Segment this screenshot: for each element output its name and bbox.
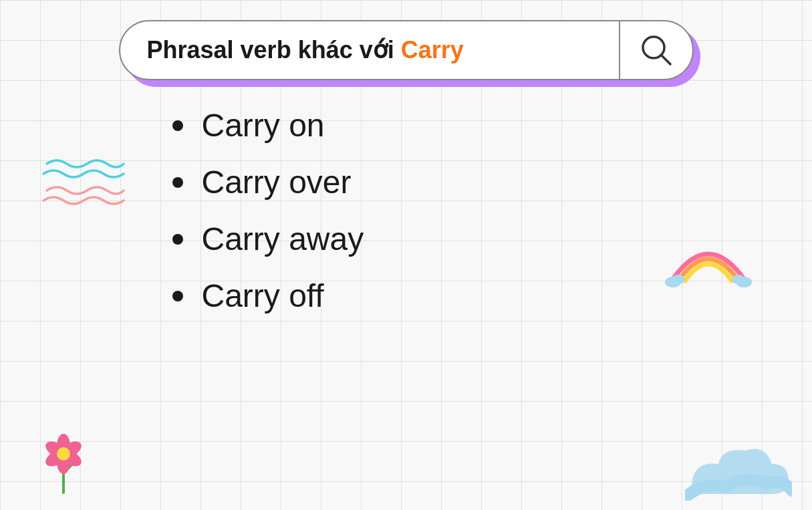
svg-point-1 [672, 275, 685, 284]
decorative-cloud [685, 434, 792, 503]
search-label-prefix: Phrasal verb khác với [147, 36, 401, 63]
decorative-rainbow [658, 221, 759, 303]
search-bar-container: Phrasal verb khác với Carry [119, 20, 694, 80]
bullet-icon [172, 291, 183, 301]
bullet-icon [172, 120, 183, 131]
bullet-icon [172, 177, 183, 188]
search-label: Phrasal verb khác với Carry [120, 36, 619, 64]
search-bar: Phrasal verb khác với Carry [119, 20, 694, 80]
search-icon [639, 33, 674, 68]
svg-line-13 [661, 55, 670, 64]
decorative-flower [33, 420, 94, 497]
search-icon-area[interactable] [619, 21, 692, 79]
svg-point-3 [732, 275, 745, 284]
bullet-icon [172, 234, 183, 245]
decorative-waves [40, 154, 127, 217]
search-label-highlight: Carry [401, 36, 464, 63]
list-item-label: Carry over [202, 164, 352, 201]
list-item: Carry on [172, 107, 694, 144]
svg-point-11 [57, 447, 70, 461]
phrasal-verbs-list: Carry on Carry over Carry away Carry off [119, 107, 694, 334]
list-item-label: Carry off [202, 277, 324, 314]
list-item-label: Carry away [202, 221, 364, 257]
list-item: Carry off [172, 277, 694, 314]
list-item: Carry away [172, 221, 694, 257]
list-item-label: Carry on [202, 107, 325, 144]
list-item: Carry over [172, 164, 694, 201]
